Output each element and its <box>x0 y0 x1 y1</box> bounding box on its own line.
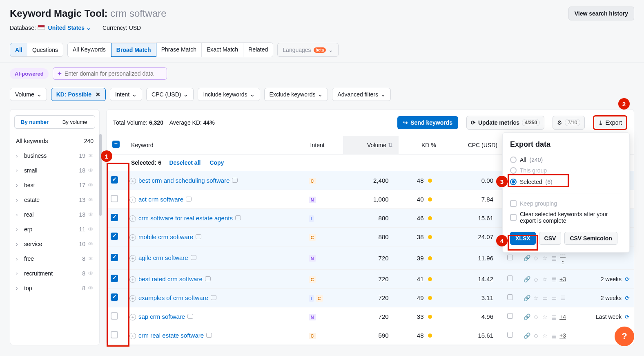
row-checkbox[interactable] <box>111 331 118 338</box>
settings-button[interactable]: ⚙ 7/10 <box>553 116 584 130</box>
filter-exclude[interactable]: Exclude keywords⌄ <box>264 88 328 101</box>
keyword-link[interactable]: crm real estate software <box>138 332 204 339</box>
tab-phrase-match[interactable]: Phrase Match <box>156 43 202 57</box>
magnify-icon[interactable] <box>507 255 513 260</box>
add-icon[interactable]: + <box>129 255 136 262</box>
row-checkbox[interactable] <box>111 176 118 184</box>
keyword-link[interactable]: agile crm software <box>138 254 188 261</box>
magnify-icon[interactable] <box>507 332 513 338</box>
tab-all[interactable]: All <box>10 43 28 57</box>
sidebar-item[interactable]: ›estate13👁 <box>10 193 99 207</box>
sidebar-item[interactable]: ›free8👁 <box>10 251 99 266</box>
tab-all-keywords[interactable]: All Keywords <box>68 43 111 57</box>
eye-icon[interactable]: 👁 <box>88 270 94 277</box>
refresh-icon[interactable]: ⟳ <box>625 313 630 320</box>
col-cpc[interactable]: CPC (USD) <box>442 136 503 154</box>
eye-icon[interactable]: 👁 <box>88 197 94 203</box>
eye-icon[interactable]: 👁 <box>88 182 94 188</box>
export-option-all[interactable]: All (240) <box>510 154 622 165</box>
serp-icon[interactable] <box>191 255 196 260</box>
refresh-icon[interactable]: ⟳ <box>625 295 630 301</box>
serp-icon[interactable] <box>187 314 193 319</box>
send-keywords-button[interactable]: ↪ Send keywords <box>397 116 458 129</box>
filter-kd[interactable]: KD: Possible✕ <box>51 88 106 101</box>
clear-after-export-option[interactable]: Clear selected keywords after your expor… <box>510 209 622 226</box>
copy-link[interactable]: Copy <box>209 159 224 166</box>
refresh-icon[interactable]: ⟳ <box>625 276 630 282</box>
domain-input-wrap[interactable]: ✦ <box>53 67 167 80</box>
eye-icon[interactable]: 👁 <box>88 226 94 233</box>
add-icon[interactable]: + <box>129 314 136 320</box>
add-icon[interactable]: + <box>129 178 136 184</box>
add-icon[interactable]: + <box>129 197 136 203</box>
col-keyword[interactable]: Keyword <box>125 136 305 154</box>
tab-broad-match[interactable]: Broad Match <box>111 43 156 57</box>
filter-advanced[interactable]: Advanced filters⌄ <box>332 88 391 101</box>
export-button[interactable]: ⤓ Export <box>593 115 627 130</box>
select-all-checkbox[interactable] <box>112 141 120 148</box>
eye-icon[interactable]: 👁 <box>88 285 94 291</box>
keyword-link[interactable]: crm software for real estate agents <box>138 215 233 222</box>
close-icon[interactable]: ✕ <box>96 91 100 98</box>
deselect-all-link[interactable]: Deselect all <box>169 159 201 166</box>
keyword-link[interactable]: examples of crm software <box>138 294 208 301</box>
row-checkbox[interactable] <box>111 293 118 301</box>
export-csv-button[interactable]: CSV <box>539 232 562 245</box>
add-icon[interactable]: + <box>129 234 136 241</box>
eye-icon[interactable]: 👁 <box>88 167 94 174</box>
tab-questions[interactable]: Questions <box>27 43 63 56</box>
col-volume[interactable]: Volume ⇅ <box>343 136 399 154</box>
sidebar-item[interactable]: ›service10👁 <box>10 237 99 251</box>
sidebar-item[interactable]: ›erp11👁 <box>10 222 99 237</box>
filter-volume[interactable]: Volume⌄ <box>10 88 47 101</box>
row-checkbox[interactable] <box>111 214 118 221</box>
col-intent[interactable]: Intent <box>305 136 343 154</box>
filter-include[interactable]: Include keywords⌄ <box>198 88 260 101</box>
sort-by-volume[interactable]: By volume <box>55 116 95 128</box>
add-icon[interactable]: + <box>129 333 136 339</box>
magnify-icon[interactable] <box>507 313 513 319</box>
row-checkbox[interactable] <box>111 233 118 240</box>
add-icon[interactable]: + <box>129 215 136 222</box>
sidebar-item[interactable]: ›small18👁 <box>10 163 99 178</box>
domain-input[interactable] <box>65 70 163 77</box>
row-checkbox[interactable] <box>111 254 118 261</box>
filter-intent[interactable]: Intent⌄ <box>110 88 142 101</box>
row-checkbox[interactable] <box>111 195 118 202</box>
eye-icon[interactable]: 👁 <box>88 241 94 247</box>
keyword-link[interactable]: best crm and scheduling software <box>138 177 230 184</box>
tab-related[interactable]: Related <box>243 43 273 57</box>
serp-icon[interactable] <box>232 178 238 183</box>
eye-icon[interactable]: 👁 <box>88 152 94 159</box>
row-checkbox[interactable] <box>111 312 118 320</box>
eye-icon[interactable]: 👁 <box>88 255 94 262</box>
sidebar-item[interactable]: ›business19👁 <box>10 148 99 163</box>
keyword-link[interactable]: best rated crm software <box>138 275 203 282</box>
keyword-link[interactable]: act crm software <box>138 196 183 203</box>
serp-icon[interactable] <box>206 333 212 338</box>
filter-cpc[interactable]: CPC (USD)⌄ <box>146 88 194 101</box>
col-kd[interactable]: KD % <box>399 136 442 154</box>
export-csv-semicolon-button[interactable]: CSV Semicolon <box>564 232 617 245</box>
serp-icon[interactable] <box>235 215 241 220</box>
view-history-button[interactable]: View search history <box>568 7 634 20</box>
tab-exact-match[interactable]: Exact Match <box>202 43 243 57</box>
add-icon[interactable]: + <box>129 276 136 283</box>
add-icon[interactable]: + <box>129 295 136 302</box>
languages-dropdown[interactable]: Languages beta ⌄ <box>277 43 339 57</box>
keyword-link[interactable]: mobile crm software <box>138 233 193 240</box>
help-button[interactable]: ? <box>615 327 634 346</box>
scrollbar[interactable] <box>99 134 102 216</box>
update-metrics-button[interactable]: ⟳ Update metrics 4/250 <box>466 116 544 130</box>
sidebar-item[interactable]: ›real13👁 <box>10 207 99 222</box>
sidebar-item[interactable]: ›recruitment8👁 <box>10 266 99 281</box>
magnify-icon[interactable] <box>507 294 513 300</box>
sidebar-item[interactable]: ›top8👁 <box>10 281 99 296</box>
serp-icon[interactable] <box>211 295 216 300</box>
magnify-icon[interactable] <box>507 275 513 281</box>
keyword-link[interactable]: sap crm software <box>138 313 185 320</box>
eye-icon[interactable]: 👁 <box>88 211 94 218</box>
sidebar-item[interactable]: ›best17👁 <box>10 178 99 193</box>
sidebar-all-keywords[interactable]: All keywords 240 <box>10 134 99 148</box>
row-checkbox[interactable] <box>111 275 118 282</box>
